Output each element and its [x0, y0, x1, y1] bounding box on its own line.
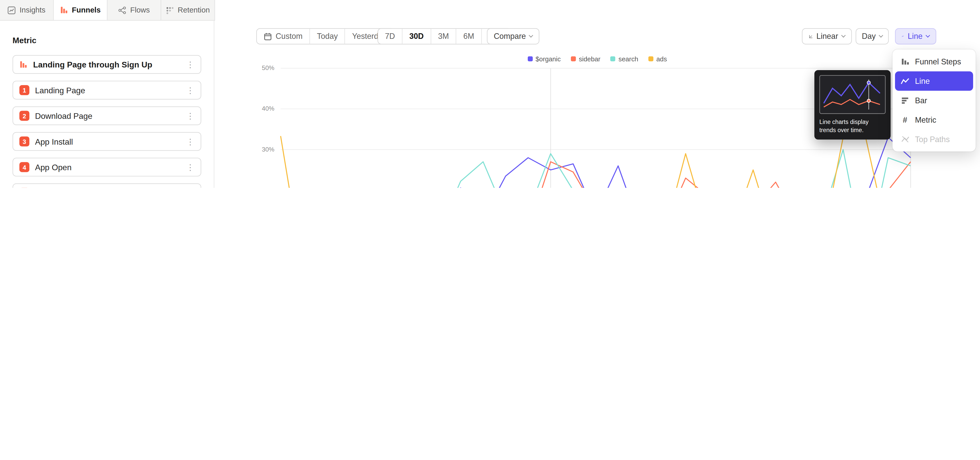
tab-label: Insights	[20, 6, 45, 14]
legend-swatch	[571, 56, 576, 61]
top-tabbar: Insights Funnels Flows Retention	[0, 0, 215, 21]
tab-label: Funnels	[72, 6, 101, 14]
scale-button[interactable]: Linear	[802, 28, 852, 45]
legend-item[interactable]: sidebar	[571, 55, 600, 62]
menu-item-top-paths: Top Paths	[895, 129, 973, 149]
step-label: App Open	[35, 163, 72, 172]
legend-item[interactable]: ads	[648, 55, 667, 62]
y-axis-label: 50%	[238, 64, 274, 71]
y-axis-label: 40%	[238, 105, 274, 112]
range-30d-button[interactable]: 30D	[402, 29, 431, 44]
funnel-step[interactable]: 1 Landing Page ⋮	[13, 81, 201, 99]
tab-label: Retention	[178, 6, 210, 14]
chart-type-button[interactable]: Line	[895, 28, 936, 45]
menu-item-label: Line	[915, 77, 930, 85]
step-number-badge: 3	[19, 136, 29, 147]
range-6m-button[interactable]: 6M	[456, 29, 482, 44]
legend-swatch	[611, 56, 616, 61]
chevron-down-icon	[529, 33, 533, 38]
tab-flows[interactable]: Flows	[107, 0, 161, 20]
step-number-badge: 4	[19, 162, 29, 172]
legend-label: ads	[656, 55, 667, 62]
retention-icon	[166, 6, 174, 14]
legend-label: $organic	[536, 55, 561, 62]
step-label: App Install	[35, 137, 73, 146]
menu-item-label: Metric	[915, 115, 936, 124]
funnel-step[interactable]: 4 App Open ⋮	[13, 158, 201, 176]
chevron-down-icon	[841, 33, 845, 38]
chart-type-menu: Funnel Steps Line Bar # Metric Top Paths	[892, 50, 976, 151]
funnel-title: Landing Page through Sign Up	[33, 60, 152, 69]
range-3m-button[interactable]: 3M	[431, 29, 457, 44]
chevron-down-icon	[926, 33, 930, 38]
menu-item-metric[interactable]: # Metric	[895, 110, 973, 129]
line-chart-icon	[900, 77, 909, 85]
hash-icon: #	[900, 115, 909, 125]
menu-item-label: Top Paths	[915, 135, 950, 144]
legend-item[interactable]: search	[611, 55, 638, 62]
custom-label: Custom	[275, 32, 302, 41]
funnel-steps-icon	[901, 58, 909, 65]
step-number-badge: 1	[19, 85, 29, 95]
custom-date-button[interactable]: Custom	[257, 29, 310, 44]
tab-label: Flows	[130, 6, 150, 14]
legend-swatch	[648, 56, 653, 61]
funnel-step[interactable]: 3 App Install ⋮	[13, 132, 201, 151]
step-number-badge: 2	[19, 111, 29, 121]
kebab-icon[interactable]: ⋮	[186, 137, 194, 146]
kebab-icon[interactable]: ⋮	[186, 163, 194, 171]
step-label: Download Page	[35, 111, 92, 121]
funnel-step[interactable]: 5 Sign Up ⋮	[13, 184, 201, 188]
menu-item-funnel-steps[interactable]: Funnel Steps	[895, 52, 973, 71]
kebab-icon[interactable]: ⋮	[186, 86, 194, 94]
chart-legend: $organic sidebar search ads	[528, 55, 667, 62]
menu-item-label: Bar	[915, 96, 927, 105]
compare-button[interactable]: Compare	[487, 28, 540, 45]
kebab-icon[interactable]: ⋮	[186, 60, 194, 69]
sidebar: Metric Landing Page through Sign Up ⋮ 1 …	[0, 21, 215, 188]
funnels-icon	[60, 6, 68, 14]
legend-swatch	[528, 56, 533, 61]
step-label: Landing Page	[35, 85, 85, 95]
funnel-step[interactable]: 2 Download Page ⋮	[13, 106, 201, 125]
menu-item-line[interactable]: Line	[895, 71, 973, 91]
calendar-icon	[264, 32, 272, 40]
granularity-button[interactable]: Day	[856, 28, 889, 45]
tooltip-text: Line charts display trends over time.	[819, 118, 886, 134]
today-button[interactable]: Today	[310, 29, 345, 44]
legend-label: sidebar	[579, 55, 600, 62]
granularity-label: Day	[862, 32, 876, 41]
line-chart-preview	[819, 75, 886, 114]
legend-item[interactable]: $organic	[528, 55, 561, 62]
menu-item-label: Funnel Steps	[915, 57, 961, 66]
scale-label: Linear	[816, 32, 838, 41]
range-7d-button[interactable]: 7D	[378, 29, 402, 44]
tab-retention[interactable]: Retention	[161, 0, 215, 20]
funnel-icon	[19, 61, 27, 68]
tab-insights[interactable]: Insights	[0, 0, 54, 20]
legend-label: search	[619, 55, 638, 62]
chart-type-tooltip: Line charts display trends over time.	[815, 70, 891, 139]
bar-chart-icon	[901, 96, 909, 104]
compare-label: Compare	[494, 32, 526, 41]
date-range-control: Custom Today Yesterday	[256, 28, 394, 45]
y-axis-label: 20%	[238, 187, 274, 188]
tab-funnels[interactable]: Funnels	[54, 0, 108, 20]
linear-scale-icon	[809, 32, 813, 40]
top-paths-icon	[901, 135, 909, 143]
flows-icon	[118, 6, 127, 14]
chart-type-label: Line	[908, 32, 923, 41]
line-chart-icon	[902, 32, 904, 40]
app-window: Insights Funnels Flows Retention Metric …	[0, 0, 980, 188]
kebab-icon[interactable]: ⋮	[186, 112, 194, 120]
chevron-down-icon	[879, 33, 883, 38]
insights-icon	[8, 6, 16, 14]
funnel-title-card[interactable]: Landing Page through Sign Up ⋮	[13, 55, 201, 74]
metric-heading: Metric	[13, 36, 201, 45]
menu-item-bar[interactable]: Bar	[895, 91, 973, 110]
y-axis-label: 30%	[238, 146, 274, 153]
